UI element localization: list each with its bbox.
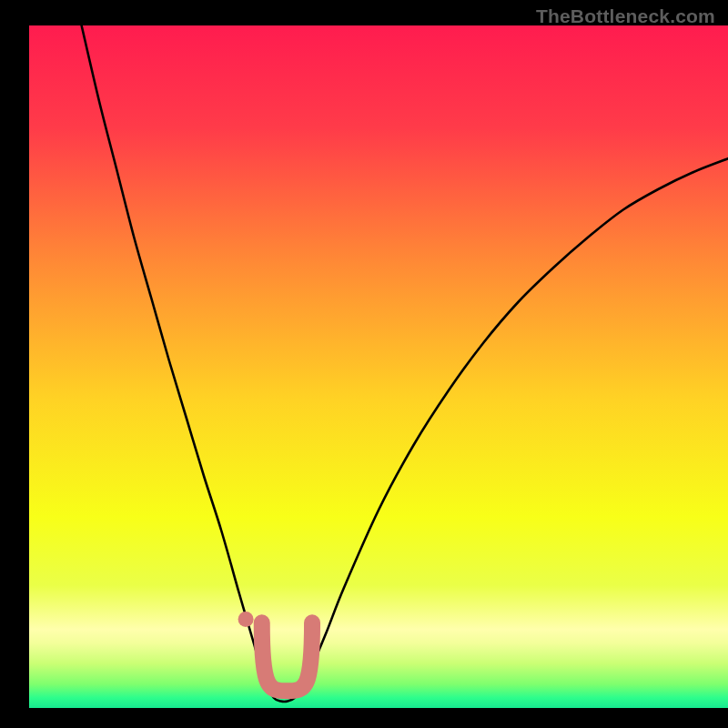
watermark-text: TheBottleneck.com: [536, 5, 715, 27]
chart-stage: TheBottleneck.com: [0, 0, 728, 728]
gradient-background: [29, 25, 728, 708]
marker-dot-icon: [238, 612, 254, 627]
bottleneck-chart: [0, 0, 728, 728]
